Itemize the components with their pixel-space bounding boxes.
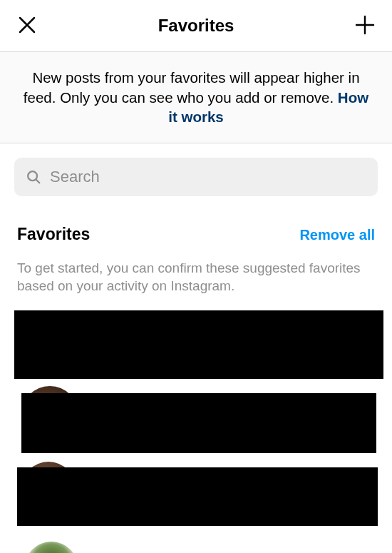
- remove-all-link[interactable]: Remove all: [299, 227, 375, 243]
- content: Favorites Remove all To get started, you…: [0, 143, 392, 553]
- section-description: To get started, you can confirm these su…: [14, 260, 378, 295]
- section-header: Favorites Remove all: [14, 225, 378, 244]
- redacted-content: [21, 393, 376, 453]
- header: Favorites: [0, 0, 392, 52]
- svg-line-5: [36, 179, 39, 183]
- search-input[interactable]: [50, 168, 366, 186]
- info-banner: New posts from your favorites will appea…: [0, 52, 392, 143]
- page-title: Favorites: [158, 16, 234, 36]
- section-title: Favorites: [17, 225, 90, 244]
- close-button[interactable]: [14, 13, 40, 39]
- close-icon: [16, 14, 38, 38]
- avatar: [24, 542, 78, 553]
- favorites-list: [14, 310, 378, 553]
- list-item[interactable]: [14, 310, 383, 379]
- banner-text: New posts from your favorites will appea…: [20, 68, 372, 127]
- search-bar[interactable]: [14, 158, 378, 196]
- list-item[interactable]: [14, 466, 378, 526]
- search-icon: [26, 169, 41, 185]
- redacted-content: [17, 467, 378, 526]
- list-item[interactable]: [14, 392, 378, 455]
- banner-text-body: New posts from your favorites will appea…: [24, 69, 360, 106]
- add-button[interactable]: [352, 13, 378, 39]
- plus-icon: [354, 14, 376, 39]
